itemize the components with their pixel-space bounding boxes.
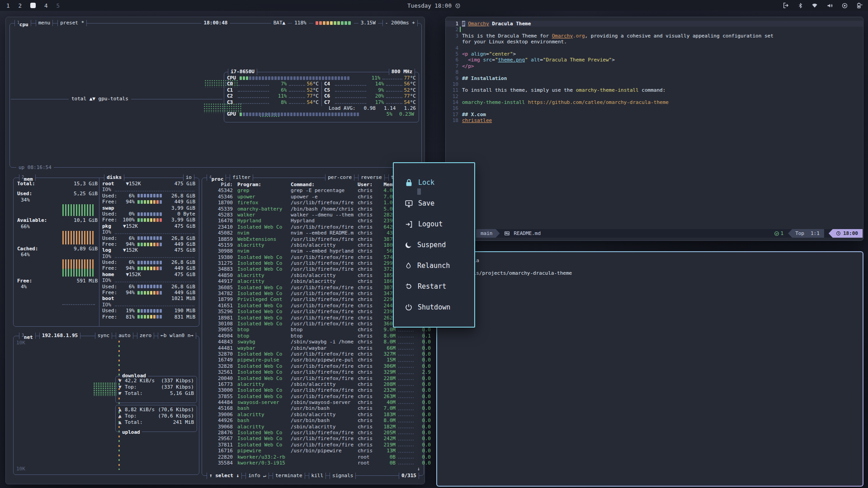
proc-option-reverse[interactable]: reverse [358, 174, 384, 181]
menu-item-logout[interactable]: Logout [394, 214, 474, 235]
process-row[interactable]: 31275Isolated Web Co/usr/lib/firefox/fir… [202, 260, 424, 266]
menu-item-relaunch[interactable]: Relaunch [394, 255, 474, 276]
process-row[interactable]: 45283walkerwalker --dmenu --themchris282… [202, 212, 424, 218]
process-row[interactable]: 44904btopbtopchris8.0M0.1 [202, 333, 424, 339]
process-row[interactable]: 16773alacritty/sbin/alacrittychris208M0.… [202, 381, 424, 387]
signals-action[interactable]: signals [330, 473, 356, 479]
process-row[interactable]: 35296Isolated Web Co/usr/lib/firefox/fir… [202, 309, 424, 314]
process-row[interactable]: 32828Isolated Web Co/usr/lib/firefox/fir… [202, 363, 424, 369]
io-toggle[interactable]: io [183, 174, 194, 181]
process-row[interactable]: 32561Isolated Web Co/usr/lib/firefox/fir… [202, 369, 424, 375]
filter-button[interactable]: filter [230, 174, 253, 181]
preset-button[interactable]: preset * [57, 20, 87, 26]
process-row[interactable]: 39006alacritty/sbin/alacrittychris183M0.… [202, 412, 424, 418]
process-row[interactable]: 18981Isolated Web Co/usr/lib/firefox/fir… [202, 315, 424, 321]
workspace-2[interactable]: 2 [19, 2, 22, 9]
workspace-3-active[interactable] [30, 3, 36, 8]
editor-text-area[interactable]: 1# Omarchy Dracula Theme23This is the Dr… [446, 17, 863, 124]
process-row[interactable]: 30988nvimnvim --embed hyprlandchris56M [202, 248, 424, 254]
menu-item-restart[interactable]: Restart [394, 276, 474, 297]
process-row[interactable]: 18799Privileged Cont/usr/lib/firefox/fir… [202, 296, 424, 302]
menu-item-suspend[interactable]: Suspend [394, 235, 474, 255]
process-row[interactable]: 28476Isolated Web Co/usr/lib/firefox/fir… [202, 430, 424, 436]
graph-mode-label[interactable]: total ▲▼ gpu-totals [69, 96, 131, 102]
cpu-box-title[interactable]: 1cpu [14, 20, 31, 26]
process-row[interactable]: 45159alacritty/sbin/alacrittychris180M [202, 242, 424, 248]
process-row[interactable]: 44850alacritty/sbin/alacrittychris185M [202, 272, 424, 278]
disk-root[interactable]: root▼152K475 GiB [102, 181, 195, 187]
disks-box-title[interactable]: disks [104, 174, 124, 181]
process-row[interactable]: 29567Isolated Web Co/usr/lib/firefox/fir… [202, 436, 424, 441]
process-row[interactable]: 45082nvimnvim --embed README.mchris43M [202, 230, 424, 236]
mem-box-title[interactable]: 2mem [19, 174, 36, 181]
process-row[interactable]: 39055btopbtopchris9.0M0.0 [202, 327, 424, 333]
process-row[interactable]: 16749pipewire-pulse/usr/bin/pipewire-pul… [202, 357, 424, 363]
workspace-4[interactable]: 4 [44, 2, 48, 9]
process-row[interactable]: 33000Isolated Web Co/usr/lib/firefox/fir… [202, 387, 424, 393]
process-row[interactable]: 44481waybar/sbin/waybarchris66M0.0 [202, 345, 424, 351]
scroll-down-indicator[interactable]: ↓ [417, 466, 420, 472]
bluetooth-icon[interactable] [797, 2, 803, 9]
process-row[interactable]: 34782Isolated Web Co/usr/lib/firefox/fir… [202, 291, 424, 296]
menu-item-lock[interactable]: Lock [394, 172, 474, 193]
proc-option-per-core[interactable]: per-core [325, 174, 354, 181]
screen-record-icon[interactable] [841, 2, 848, 9]
menu-item-label: Restart [418, 282, 446, 291]
net-button-auto[interactable]: auto [116, 333, 133, 339]
menu-item-save[interactable]: Save [394, 193, 474, 214]
process-row[interactable]: 44484swayosd-server/sbin/swayosd-serverc… [202, 399, 424, 405]
process-row[interactable]: 22820kworker/u33:2-rbroot0B0.0 [202, 454, 424, 460]
wifi-icon[interactable] [811, 2, 818, 9]
file-name: README.md [514, 230, 541, 236]
process-row[interactable]: 23410Isolated Web Co/usr/lib/firefox/fir… [202, 224, 424, 230]
process-row[interactable]: 37855Isolated Web Co/usr/lib/firefox/fir… [202, 394, 424, 399]
process-row[interactable]: 37811Isolated Web Co/usr/lib/firefox/fir… [202, 442, 424, 448]
process-row[interactable]: 36085Isolated Web Co/usr/lib/firefox/fir… [202, 285, 424, 291]
battery-icon[interactable] [856, 2, 863, 9]
disk-boot[interactable]: boot1021 MiB [102, 296, 195, 301]
kill-action[interactable]: kill [309, 473, 326, 479]
net-button-sync[interactable]: sync [95, 333, 113, 339]
net-button-interface[interactable]: ←b wlan0 n→ [158, 333, 196, 339]
process-row[interactable]: 41651Isolated Web Co/usr/lib/firefox/fir… [202, 303, 424, 309]
disk-log[interactable]: log▼152K475 GiB [102, 247, 195, 253]
disk-swap[interactable]: swap3,99 GiB [102, 205, 195, 211]
process-row[interactable]: 44926bash/usr/bin/bashchris8.0M0.0 [202, 418, 424, 423]
process-row[interactable]: 30108Isolated Web Co/usr/lib/firefox/fir… [202, 321, 424, 327]
process-row[interactable]: 45342grepgrep -E percentagechris4.0M [202, 188, 424, 193]
process-row[interactable]: 16716pipewire/usr/bin/pipewirechris13M0.… [202, 448, 424, 454]
process-row[interactable]: 44917alacritty/sbin/alacrittychris186M [202, 278, 424, 284]
process-row[interactable]: 44843swaybg/sbin/swaybg -i /homechris8.0… [202, 339, 424, 345]
info-action[interactable]: info ↵ [245, 473, 269, 479]
process-row[interactable]: 39068alacritty/sbin/alacrittychris182M0.… [202, 424, 424, 430]
menu-item-shutdown[interactable]: Shutdown [394, 297, 474, 318]
volume-icon[interactable] [826, 2, 834, 9]
workspace-1[interactable]: 1 [6, 2, 10, 9]
process-row[interactable]: 34883Isolated Web Co/usr/lib/firefox/fir… [202, 266, 424, 272]
process-row[interactable]: 19380Isolated Web Co/usr/lib/firefox/fir… [202, 254, 424, 260]
process-row[interactable]: 16478HyprlandHyprlandchris239M [202, 218, 424, 224]
select-control[interactable]: ↑ select ↓ [207, 473, 242, 479]
process-row[interactable]: 18700firefox/usr/lib/firefox/firechris1.… [202, 200, 424, 206]
process-row[interactable]: 45346upowerupower -echris7.0M [202, 194, 424, 200]
terminal-content[interactable]: ➜ z dracula➜ pwd/home/chris/projects/oma… [437, 252, 863, 486]
process-row[interactable]: 20040Isolated Web Co/usr/lib/firefox/fir… [202, 375, 424, 381]
process-row[interactable]: 45168bash/usr/bin/bashchris7.0M0.0 [202, 405, 424, 411]
omarchy-update-icon[interactable] [455, 3, 461, 9]
disk-used-row: Used:6%26,8 GiB [102, 235, 195, 241]
process-row[interactable]: 32870Isolated Web Co/usr/lib/firefox/fir… [202, 351, 424, 357]
process-row[interactable]: 35584kworker/0:3-i915root0B0.0 [202, 460, 424, 466]
update-interval-control[interactable]: - 2000ms + [382, 20, 418, 26]
proc-box-title[interactable]: 4proc [207, 174, 226, 181]
terminate-action[interactable]: terminate [273, 473, 305, 479]
screenshare-logout-icon[interactable] [783, 2, 790, 9]
disk-home[interactable]: home▼152K475 GiB [102, 272, 195, 277]
net-box-title[interactable]: 3net [19, 333, 36, 339]
process-row[interactable]: 18859WebExtensions/usr/lib/firefox/firec… [202, 236, 424, 242]
net-button-zero[interactable]: zero [137, 333, 155, 339]
process-row[interactable]: 45339omarchy-battery/bin/bash /home/chri… [202, 206, 424, 212]
workspace-5[interactable]: 5 [57, 2, 60, 9]
disk-pkg[interactable]: pkg▼152K475 GiB [102, 223, 195, 229]
disk-io-rate: ▼152K [123, 223, 138, 229]
menu-button[interactable]: menu [36, 20, 53, 26]
